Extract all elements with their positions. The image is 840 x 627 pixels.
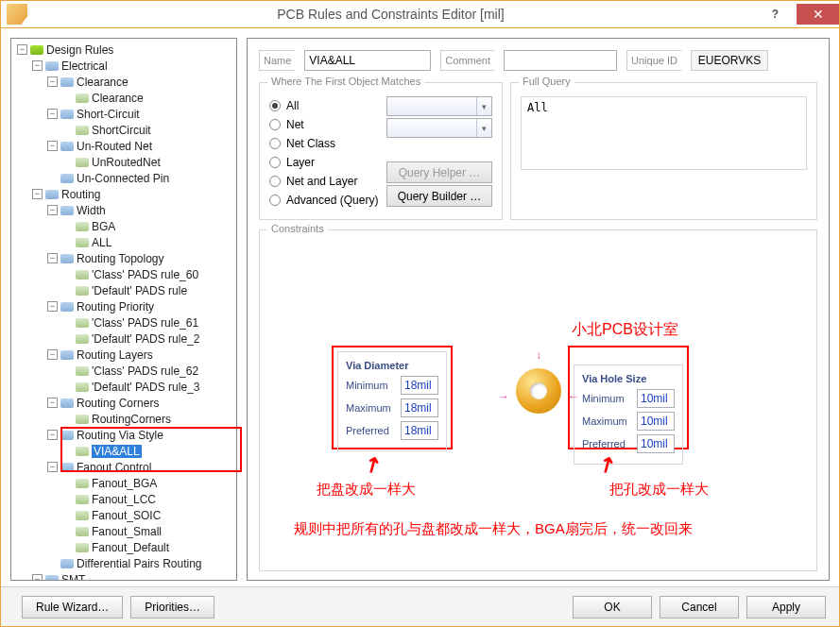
collapse-icon[interactable]: −	[17, 44, 27, 55]
cat-icon	[60, 204, 75, 217]
rule-icon	[75, 92, 90, 105]
radio-icon	[269, 176, 281, 187]
collapse-icon[interactable]: −	[47, 141, 58, 151]
details-panel: Name Comment Unique ID Where The First O…	[247, 38, 830, 581]
collapse-icon[interactable]: −	[32, 189, 43, 199]
tree-item[interactable]: RoutingCorners	[13, 411, 234, 427]
spacer-icon	[62, 542, 73, 552]
help-button[interactable]: ?	[754, 4, 797, 25]
match-radio-net-and-layer[interactable]: Net and Layer	[269, 172, 379, 191]
collapse-icon[interactable]: −	[47, 253, 58, 263]
cat-icon	[60, 108, 75, 121]
tree-item[interactable]: 'Class' PADS rule_62	[13, 363, 234, 379]
name-input[interactable]	[304, 50, 431, 71]
query-builder-button[interactable]: Query Builder …	[386, 185, 492, 207]
spacer-icon	[62, 526, 73, 536]
rule-wizard-button[interactable]: Rule Wizard…	[22, 596, 123, 619]
arrow-left-icon: →	[498, 390, 509, 403]
collapse-icon[interactable]: −	[47, 430, 58, 440]
rule-icon	[75, 156, 90, 169]
tree-item[interactable]: −Routing Corners	[13, 395, 234, 411]
collapse-icon[interactable]: −	[47, 76, 58, 87]
match-radio-layer[interactable]: Layer	[269, 153, 379, 172]
collapse-icon[interactable]: −	[32, 60, 43, 71]
match-radio-net-class[interactable]: Net Class	[269, 134, 379, 153]
cat-icon	[60, 140, 75, 153]
via-hole-input[interactable]	[637, 389, 675, 408]
tree-item[interactable]: Fanout_Default	[13, 539, 234, 555]
collapse-icon[interactable]: −	[47, 398, 58, 408]
comment-input[interactable]	[504, 50, 617, 71]
net-combo[interactable]: ▾	[386, 96, 492, 116]
tree-item[interactable]: BGA	[13, 218, 234, 234]
match-radio-advanced-query-[interactable]: Advanced (Query)	[269, 191, 379, 210]
match-radio-net[interactable]: Net	[269, 115, 379, 134]
priorities-button[interactable]: Priorities…	[130, 596, 214, 619]
cat-icon	[60, 348, 75, 362]
apply-button[interactable]: Apply	[746, 596, 826, 619]
rule-icon	[75, 332, 90, 346]
tree-item-label: 'Default' PADS rule_2	[92, 332, 199, 346]
rule-icon	[75, 493, 90, 506]
tree-item-label: Routing	[61, 188, 100, 201]
tree-item[interactable]: Fanout_SOIC	[13, 507, 234, 523]
rules-tree[interactable]: −Design Rules−Electrical−ClearanceCleara…	[10, 38, 237, 581]
tree-item[interactable]: −Routing Priority	[13, 298, 234, 314]
collapse-icon[interactable]: −	[47, 301, 58, 312]
query-helper-button[interactable]: Query Helper …	[386, 161, 492, 183]
via-hole-input[interactable]	[637, 434, 675, 453]
ok-button[interactable]: OK	[573, 596, 652, 619]
tree-item[interactable]: Un-Connected Pin	[13, 170, 234, 186]
cancel-button[interactable]: Cancel	[660, 596, 739, 619]
rule-icon	[75, 284, 90, 297]
collapse-icon[interactable]: −	[47, 349, 58, 360]
tree-item[interactable]: 'Class' PADS rule_60	[13, 266, 234, 282]
query-text[interactable]: All	[521, 96, 807, 170]
radio-icon	[269, 195, 281, 206]
tree-item[interactable]: Fanout_Small	[13, 523, 234, 539]
tree-item[interactable]: −Design Rules	[13, 42, 234, 58]
tree-item[interactable]: Fanout_BGA	[13, 475, 234, 491]
tree-item[interactable]: 'Default' PADS rule	[13, 282, 234, 298]
tree-item[interactable]: 'Default' PADS rule_3	[13, 379, 234, 395]
tree-item[interactable]: ALL	[13, 234, 234, 250]
rule-icon	[75, 381, 90, 394]
cat-icon	[60, 76, 75, 89]
tree-item[interactable]: Differential Pairs Routing	[13, 555, 234, 571]
collapse-icon[interactable]: −	[47, 462, 58, 472]
tree-item[interactable]: −Routing Layers	[13, 347, 234, 363]
netclass-combo[interactable]: ▾	[386, 118, 492, 138]
tree-item-label: UnRoutedNet	[92, 156, 161, 169]
via-hole-input[interactable]	[637, 412, 675, 431]
collapse-icon[interactable]: −	[32, 574, 43, 581]
spacer-icon	[62, 365, 73, 376]
tree-item-label: BGA	[92, 220, 115, 233]
cat-icon	[60, 252, 75, 265]
tree-item[interactable]: −Routing Topology	[13, 250, 234, 266]
tree-item[interactable]: −Width	[13, 202, 234, 218]
via-diameter-group: Via Diameter MinimumMaximumPreferred	[337, 351, 447, 451]
tree-item-label: RoutingCorners	[92, 413, 171, 426]
via-diameter-input[interactable]	[401, 376, 438, 395]
match-radio-all[interactable]: All	[269, 96, 379, 115]
window: PCB Rules and Constraints Editor [mil] ?…	[0, 0, 840, 627]
radio-icon	[269, 157, 281, 168]
tree-item[interactable]: Clearance	[13, 90, 234, 106]
tree-item[interactable]: Fanout_LCC	[13, 491, 234, 507]
tree-item[interactable]: −SMT	[13, 571, 234, 581]
tree-item[interactable]: 'Class' PADS rule_61	[13, 314, 234, 330]
collapse-icon[interactable]: −	[47, 109, 58, 119]
tree-item[interactable]: −Un-Routed Net	[13, 138, 234, 154]
tree-item[interactable]: ShortCircuit	[13, 122, 234, 138]
via-diameter-input[interactable]	[401, 421, 438, 440]
collapse-icon[interactable]: −	[47, 205, 58, 215]
close-button[interactable]: ✕	[797, 4, 839, 25]
tree-item[interactable]: −Short-Circuit	[13, 106, 234, 122]
tree-item-label: Routing Corners	[77, 397, 159, 410]
tree-item[interactable]: −Routing	[13, 186, 234, 202]
tree-item[interactable]: −Clearance	[13, 74, 234, 90]
tree-item[interactable]: 'Default' PADS rule_2	[13, 330, 234, 347]
tree-item[interactable]: −Electrical	[13, 58, 234, 74]
via-diameter-input[interactable]	[401, 398, 438, 417]
tree-item[interactable]: UnRoutedNet	[13, 154, 234, 170]
